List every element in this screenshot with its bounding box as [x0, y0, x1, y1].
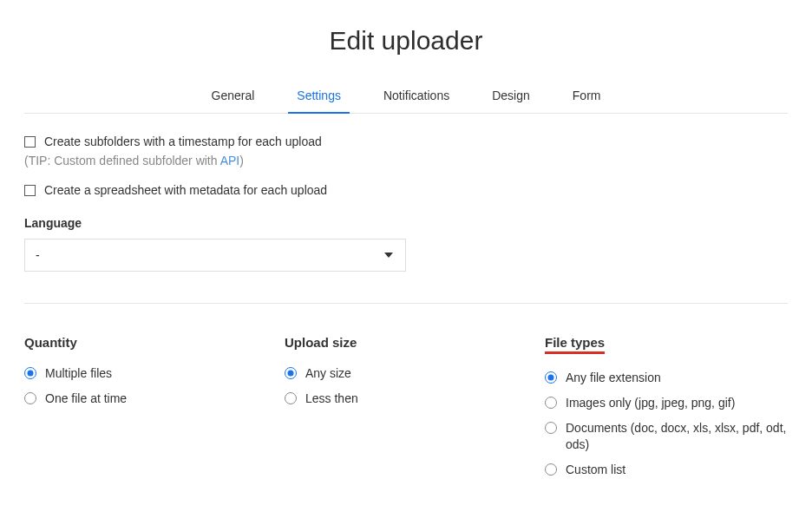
tip-suffix: ): [239, 154, 244, 167]
radio-quantity-one[interactable]: One file at time: [24, 391, 267, 407]
language-selected-value: -: [36, 248, 40, 262]
file-types-column: File types Any file extension Images onl…: [545, 335, 788, 486]
radio-label: Custom list: [566, 462, 625, 478]
checkbox-create-subfolders-row[interactable]: Create subfolders with a timestamp for e…: [24, 135, 788, 148]
tab-settings[interactable]: Settings: [295, 82, 343, 113]
checkbox-create-spreadsheet-label: Create a spreadsheet with metadata for e…: [44, 183, 327, 197]
api-link[interactable]: API: [220, 154, 240, 167]
radio-icon[interactable]: [24, 367, 36, 379]
radio-label: One file at time: [45, 391, 127, 407]
tab-form[interactable]: Form: [571, 82, 603, 113]
radio-label: Any size: [305, 365, 351, 382]
quantity-title: Quantity: [24, 335, 77, 350]
radio-filetype-documents[interactable]: Documents (doc, docx, xls, xlsx, pdf, od…: [545, 420, 788, 453]
checkbox-icon[interactable]: [24, 185, 36, 196]
upload-size-title: Upload size: [285, 335, 357, 350]
radio-label: Multiple files: [45, 365, 112, 382]
checkbox-create-spreadsheet-row[interactable]: Create a spreadsheet with metadata for e…: [24, 183, 788, 197]
radio-label: Images only (jpg, jpeg, png, gif): [566, 395, 735, 411]
tab-design[interactable]: Design: [490, 82, 532, 113]
radio-upload-less[interactable]: Less then: [285, 391, 527, 407]
divider: [24, 303, 788, 304]
radio-quantity-multiple[interactable]: Multiple files: [24, 365, 267, 382]
page-title: Edit uploader: [24, 26, 788, 56]
radio-filetype-custom[interactable]: Custom list: [545, 462, 788, 478]
chevron-down-icon: [384, 253, 393, 258]
radio-icon[interactable]: [545, 463, 557, 476]
radio-label: Documents (doc, docx, xls, xlsx, pdf, od…: [566, 420, 788, 453]
radio-icon[interactable]: [545, 371, 557, 384]
tip-text: (TIP: Custom defined subfolder with API): [24, 154, 788, 167]
quantity-column: Quantity Multiple files One file at time: [24, 335, 267, 486]
upload-size-column: Upload size Any size Less then: [285, 335, 527, 486]
radio-icon[interactable]: [545, 422, 557, 434]
file-types-title: File types: [545, 335, 605, 354]
language-select[interactable]: -: [24, 239, 406, 272]
radio-icon[interactable]: [285, 392, 297, 404]
settings-columns: Quantity Multiple files One file at time…: [24, 335, 788, 486]
checkbox-icon[interactable]: [24, 136, 36, 148]
checkbox-create-subfolders-label: Create subfolders with a timestamp for e…: [44, 135, 322, 148]
radio-label: Any file extension: [566, 370, 661, 386]
radio-filetype-images[interactable]: Images only (jpg, jpeg, png, gif): [545, 395, 788, 411]
radio-icon[interactable]: [285, 367, 297, 379]
radio-icon[interactable]: [24, 392, 36, 404]
language-label: Language: [24, 216, 788, 230]
radio-filetype-any[interactable]: Any file extension: [545, 370, 788, 386]
radio-upload-any[interactable]: Any size: [285, 365, 527, 382]
tabs: General Settings Notifications Design Fo…: [24, 82, 788, 114]
tab-general[interactable]: General: [210, 82, 257, 113]
radio-label: Less then: [305, 391, 358, 407]
tab-notifications[interactable]: Notifications: [382, 82, 451, 113]
tip-prefix: (TIP: Custom defined subfolder with: [24, 154, 220, 167]
radio-icon[interactable]: [545, 397, 557, 409]
